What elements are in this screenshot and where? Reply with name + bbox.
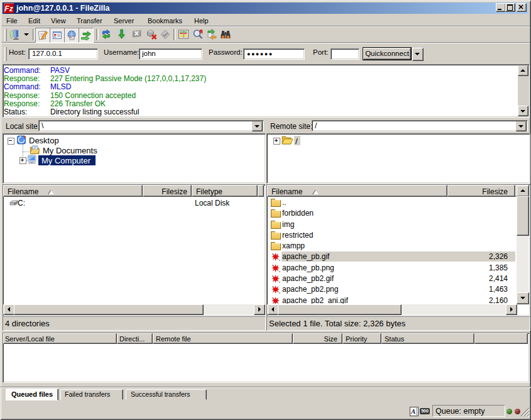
svg-text:Fz: Fz	[4, 4, 13, 13]
